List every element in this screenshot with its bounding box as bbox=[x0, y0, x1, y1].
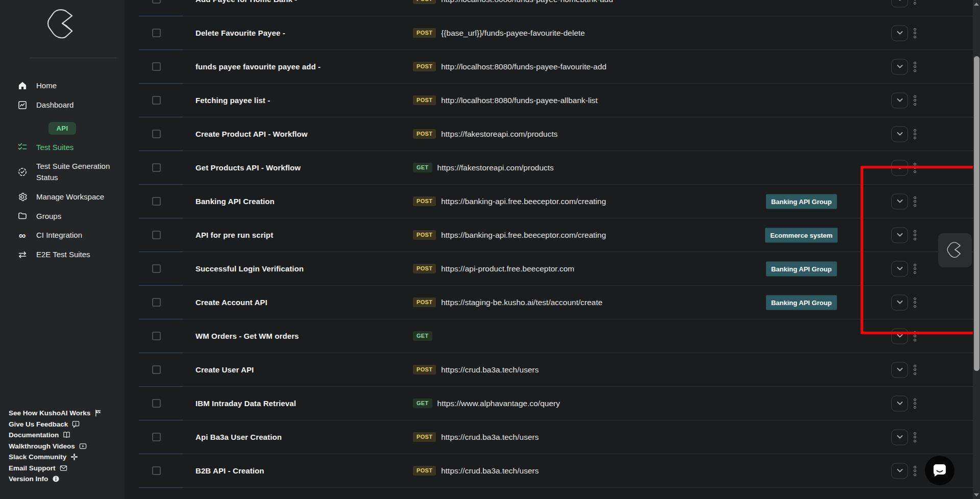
scroll-up-arrow[interactable] bbox=[974, 3, 979, 6]
row-menu-button[interactable] bbox=[912, 93, 918, 108]
chevron-down-icon bbox=[897, 199, 903, 204]
link-email-support[interactable]: Email Support bbox=[9, 463, 102, 474]
kusho-side-tab[interactable] bbox=[938, 233, 972, 267]
row-name: Banking API Creation bbox=[195, 197, 413, 206]
scrollbar-thumb[interactable] bbox=[974, 56, 979, 371]
row-checkbox[interactable] bbox=[152, 231, 161, 239]
row-checkbox[interactable] bbox=[152, 130, 161, 138]
test-suite-row[interactable]: funds payee favourite payee add - POST h… bbox=[139, 50, 980, 84]
row-checkbox[interactable] bbox=[152, 332, 161, 340]
row-checkbox[interactable] bbox=[152, 163, 161, 172]
test-suite-row[interactable]: Delete Favourite Payee - POST {{base_url… bbox=[139, 16, 980, 50]
row-menu-button[interactable] bbox=[912, 26, 918, 40]
link-give-us-feedback[interactable]: Give Us Feedback bbox=[9, 419, 102, 430]
row-checkbox[interactable] bbox=[152, 264, 161, 273]
chat-launcher-button[interactable] bbox=[925, 456, 954, 485]
row-expand-button[interactable] bbox=[891, 25, 908, 41]
row-name: IBM Intraday Data Retrieval bbox=[195, 399, 413, 408]
chevron-down-icon bbox=[897, 0, 903, 2]
row-checkbox[interactable] bbox=[152, 0, 161, 4]
row-name: Delete Favourite Payee - bbox=[195, 29, 413, 37]
row-expand-button[interactable] bbox=[891, 126, 908, 142]
row-menu-button[interactable] bbox=[912, 194, 918, 209]
test-suite-row[interactable]: Api Ba3a User Creation POST https://crud… bbox=[139, 420, 980, 454]
row-checkbox[interactable] bbox=[152, 96, 161, 105]
sidebar-nav: Home Dashboard API Test Suites bbox=[0, 76, 125, 264]
row-menu-button[interactable] bbox=[912, 228, 918, 242]
row-menu-button[interactable] bbox=[912, 396, 918, 411]
sidebar-item-generation-status[interactable]: Test Suite Generation Status bbox=[0, 157, 125, 187]
row-checkbox[interactable] bbox=[152, 298, 161, 307]
link-see-how-kushoai-works[interactable]: See How KushoAI Works bbox=[9, 408, 102, 419]
row-checkbox[interactable] bbox=[152, 433, 161, 441]
row-checkbox[interactable] bbox=[152, 62, 161, 71]
test-suite-row[interactable]: Banking API Creation POST https://bankin… bbox=[139, 185, 980, 218]
test-suite-row[interactable]: WM Orders - Get WM orders GET bbox=[139, 319, 980, 353]
row-checkbox[interactable] bbox=[152, 29, 161, 37]
test-suite-row[interactable]: B2B API - Creation POST https://crud.ba3… bbox=[139, 454, 980, 488]
test-suite-row[interactable]: Create Product API - Workflow POST https… bbox=[139, 117, 980, 151]
row-checkbox[interactable] bbox=[152, 197, 161, 206]
info-icon bbox=[52, 475, 60, 483]
link-slack-community[interactable]: Slack Community bbox=[9, 452, 102, 463]
test-suite-row[interactable]: IBM Intraday Data Retrieval GET https://… bbox=[139, 387, 980, 420]
row-checkbox[interactable] bbox=[152, 466, 161, 475]
row-menu-button[interactable] bbox=[912, 60, 918, 74]
test-suite-row[interactable]: API for pre run script POST https://bank… bbox=[139, 218, 980, 252]
row-expand-button[interactable] bbox=[891, 328, 908, 344]
row-expand-button[interactable] bbox=[891, 463, 908, 479]
test-suite-row[interactable]: Fetching payee list - POST http://localh… bbox=[139, 84, 980, 117]
row-expand-button[interactable] bbox=[891, 160, 908, 176]
scroll-down-arrow[interactable] bbox=[974, 493, 979, 496]
row-expand-button[interactable] bbox=[891, 429, 908, 445]
sidebar-item-groups[interactable]: Groups bbox=[0, 207, 125, 226]
test-suite-row[interactable]: Create Account API POST https://staging-… bbox=[139, 286, 980, 319]
scrollbar bbox=[973, 0, 980, 499]
row-expand-button[interactable] bbox=[891, 227, 908, 243]
row-checkbox[interactable] bbox=[152, 399, 161, 408]
row-menu-button[interactable] bbox=[912, 127, 918, 141]
row-expand-button[interactable] bbox=[891, 294, 908, 310]
sidebar-item-e2e-test-suites[interactable]: E2E Test Suites bbox=[0, 245, 125, 264]
sidebar-item-test-suites[interactable]: Test Suites bbox=[0, 138, 125, 157]
row-menu-button[interactable] bbox=[912, 329, 918, 343]
row-expand-button[interactable] bbox=[891, 92, 908, 108]
row-expand-button[interactable] bbox=[891, 0, 908, 7]
link-version-info[interactable]: Version Info bbox=[9, 473, 102, 485]
test-suite-row[interactable]: Add Payee for Home Bank - POST http://lo… bbox=[139, 0, 980, 16]
sidebar-item-dashboard[interactable]: Dashboard bbox=[0, 95, 125, 115]
footer-link-label: Version Info bbox=[9, 475, 48, 483]
row-expand-button[interactable] bbox=[891, 193, 908, 209]
row-menu-button[interactable] bbox=[912, 262, 918, 276]
row-url: https://banking-api.free.beeceptor.com/c… bbox=[441, 231, 606, 240]
row-menu-button[interactable] bbox=[912, 363, 918, 377]
row-checkbox[interactable] bbox=[152, 365, 161, 374]
chevron-down-icon bbox=[897, 31, 903, 35]
row-url: https://crud.ba3a.tech/users bbox=[441, 433, 538, 442]
row-expand-button[interactable] bbox=[891, 362, 908, 378]
gear-icon bbox=[17, 191, 28, 202]
sidebar-item-label: Test Suites bbox=[36, 142, 74, 153]
sidebar-item-ci-integration[interactable]: ∞ CI Integration bbox=[0, 226, 125, 245]
row-expand-button[interactable] bbox=[891, 395, 908, 411]
kusho-logo-icon bbox=[46, 8, 79, 42]
link-documentation[interactable]: Documentation bbox=[9, 430, 102, 441]
link-walkthrough-videos[interactable]: Walkthrough Videos bbox=[9, 441, 102, 452]
row-menu-button[interactable] bbox=[912, 295, 918, 310]
sidebar-item-label: Groups bbox=[36, 211, 61, 222]
group-tag: Ecommerce system bbox=[765, 228, 838, 242]
row-menu-button[interactable] bbox=[912, 430, 918, 444]
sidebar-item-manage-workspace[interactable]: Manage Workspace bbox=[0, 187, 125, 207]
test-suite-row[interactable]: Successful Login Verification POST https… bbox=[139, 252, 980, 286]
row-expand-button[interactable] bbox=[891, 261, 908, 277]
row-expand-button[interactable] bbox=[891, 59, 908, 74]
envelope-icon bbox=[60, 464, 67, 472]
row-menu-button[interactable] bbox=[912, 464, 918, 478]
row-url: https://crud.ba3a.tech/users bbox=[441, 466, 538, 476]
row-menu-button[interactable] bbox=[912, 0, 918, 7]
method-badge: POST bbox=[413, 230, 436, 240]
sidebar-item-home[interactable]: Home bbox=[0, 76, 125, 95]
test-suite-row[interactable]: Get Products API - Workflow GET https://… bbox=[139, 151, 980, 185]
row-menu-button[interactable] bbox=[912, 161, 918, 175]
test-suite-row[interactable]: Create User API POST https://crud.ba3a.t… bbox=[139, 353, 980, 387]
